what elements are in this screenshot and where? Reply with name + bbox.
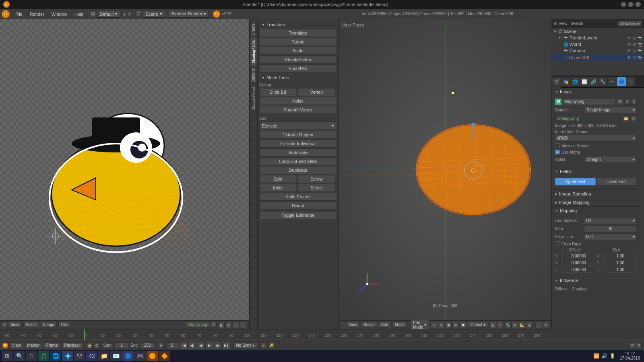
jump-end-btn[interactable]: ▶| bbox=[222, 342, 230, 349]
icon-btn-2[interactable]: ⊞ bbox=[225, 322, 232, 328]
render-icon-1[interactable]: ◐ bbox=[490, 322, 496, 328]
from-dupli-checkbox[interactable] bbox=[555, 241, 560, 246]
system-clock[interactable]: 19:27 17.04.2018 bbox=[620, 352, 642, 360]
projection-select[interactable]: Flat ▾ bbox=[584, 233, 637, 240]
noise-btn[interactable]: Noise bbox=[259, 97, 337, 105]
icon-btn-4[interactable]: ↕ bbox=[240, 322, 246, 328]
camera-restrict-icon-4[interactable]: 📷 bbox=[638, 56, 642, 60]
play-btn[interactable]: ▶ bbox=[205, 342, 213, 349]
extrude-region-btn[interactable]: Extrude Region bbox=[259, 131, 337, 139]
prop-tab-modifier[interactable]: 🔧 bbox=[599, 77, 607, 86]
rotate-btn[interactable]: Rotate bbox=[259, 38, 337, 46]
render-icon-2[interactable]: ⊙ bbox=[497, 322, 504, 328]
orange-app-icon[interactable]: 🔶 bbox=[159, 351, 170, 361]
mail-icon[interactable]: 📧 bbox=[110, 351, 122, 361]
mode-selector[interactable]: Edit Mode ▾ bbox=[410, 320, 429, 330]
coordinates-select[interactable]: UV ▾ bbox=[584, 217, 637, 224]
prop-tab-render[interactable]: 🎬 bbox=[552, 77, 561, 86]
key-icon[interactable]: 🔑 bbox=[268, 343, 274, 348]
color-space-select[interactable]: sRGB ▾ bbox=[555, 135, 637, 142]
prop-tab-object[interactable]: ⬜ bbox=[580, 77, 589, 86]
view-button-left[interactable]: View bbox=[8, 322, 22, 328]
search-button[interactable]: 🔍 bbox=[14, 351, 25, 361]
display-icon-3[interactable]: ◼ bbox=[445, 322, 452, 328]
extrude-individual-btn[interactable]: Extrude Individual bbox=[259, 140, 337, 148]
workspace-selector[interactable]: Default ▾ bbox=[97, 10, 121, 18]
knife-btn[interactable]: Knife bbox=[259, 184, 296, 192]
camera-restrict-icon-3[interactable]: 📷 bbox=[638, 49, 642, 53]
slide-ed-btn[interactable]: Slide Ed bbox=[259, 88, 296, 96]
influence-section-header[interactable]: Influence bbox=[552, 276, 640, 284]
f-label-left[interactable]: F bbox=[211, 322, 217, 328]
jump-start-btn[interactable]: |◀ bbox=[180, 342, 188, 349]
tab-shading[interactable]: Shading / UVs bbox=[250, 38, 257, 66]
outliner-content[interactable]: ▼ 🎬 Scene ▼ 📷 RenderLayers 👁 ⊡ 📷 🌐 World… bbox=[551, 28, 644, 76]
restrict-icon-4[interactable]: ⊡ bbox=[633, 56, 636, 60]
lock-icon-1[interactable]: 🔒 bbox=[86, 342, 93, 349]
start-button[interactable]: ⊞ bbox=[2, 351, 13, 361]
icon-btn-1[interactable]: ◧ bbox=[218, 322, 225, 328]
display-icon-2[interactable]: ● bbox=[438, 322, 444, 328]
viewport-3d-content[interactable]: X Y Z bbox=[339, 19, 551, 320]
transform-section-header[interactable]: Transform bbox=[259, 21, 337, 28]
lower-first-btn[interactable]: Lower First bbox=[597, 178, 637, 185]
maximize-button[interactable]: □ bbox=[628, 2, 634, 7]
fields-section-header[interactable]: Fields bbox=[552, 167, 640, 175]
prop-tab-world[interactable]: 🌐 bbox=[571, 77, 580, 86]
lock-icon-2[interactable]: ⏱ bbox=[93, 342, 100, 349]
end-frame-input[interactable]: 250 bbox=[140, 342, 155, 348]
remove-workspace-btn[interactable]: ✕ bbox=[127, 11, 132, 17]
first-frame-input[interactable]: ⊡ bbox=[630, 343, 635, 348]
image-section-header[interactable]: Image bbox=[552, 88, 640, 96]
volume-icon[interactable]: 🔊 bbox=[601, 353, 608, 359]
marker-btn[interactable]: Marker bbox=[25, 342, 42, 348]
left-filename[interactable]: Flappy.png bbox=[186, 322, 209, 328]
browse-file-btn[interactable]: 📂 bbox=[623, 115, 629, 122]
select-button-left[interactable]: Select bbox=[23, 322, 39, 328]
spotify-icon[interactable]: 🎵 bbox=[38, 351, 49, 361]
x-size-input[interactable]: 1.00 bbox=[604, 253, 637, 259]
add-image-btn[interactable]: + bbox=[624, 99, 630, 105]
shrink-fatten-btn[interactable]: Shrink/Fatten bbox=[259, 56, 337, 64]
z-offset-input[interactable]: 0.00000 bbox=[562, 267, 595, 273]
view-as-render-checkbox[interactable] bbox=[555, 143, 560, 148]
view-btn-3d[interactable]: View bbox=[346, 322, 360, 328]
blender-taskbar-icon[interactable]: 🟠 bbox=[147, 351, 158, 361]
eye-icon-2[interactable]: 👁 bbox=[627, 42, 631, 47]
render-icon-3[interactable]: 🔧 bbox=[504, 322, 511, 328]
record-btn[interactable]: ● bbox=[260, 343, 266, 348]
app-42[interactable]: 42 bbox=[86, 351, 97, 361]
outliner-item-world[interactable]: 🌐 World 👁 ⊡ 📷 bbox=[551, 41, 644, 47]
smooth-vertex-btn[interactable]: Smooth Vertex bbox=[259, 106, 337, 114]
camera-restrict-icon-1[interactable]: 📷 bbox=[638, 36, 642, 40]
playback-btn[interactable]: Playback bbox=[62, 342, 83, 348]
screw-btn[interactable]: Screw bbox=[298, 175, 335, 183]
app-icon-1[interactable]: 💠 bbox=[62, 351, 73, 361]
render-icon-5[interactable]: 📐 bbox=[519, 322, 525, 328]
engine-selector[interactable]: Blender Render ▾ bbox=[169, 10, 209, 18]
display-icon-1[interactable]: ○ bbox=[431, 322, 437, 328]
prev-frame-arrow[interactable]: ◀ bbox=[158, 343, 164, 348]
viewport-3d[interactable]: X Y Z bbox=[339, 19, 551, 329]
render-icon-4[interactable]: ⊕ bbox=[512, 322, 518, 328]
prop-tab-texture[interactable]: ⬛ bbox=[626, 77, 635, 86]
image-name-field[interactable]: Flappy.png bbox=[563, 98, 615, 105]
select-btn-3d[interactable]: Select bbox=[361, 322, 377, 328]
restrict-icon-3[interactable]: ⊡ bbox=[633, 49, 636, 53]
duplicate-btn[interactable]: Duplicate bbox=[259, 166, 337, 174]
translate-btn[interactable]: Translate bbox=[259, 29, 337, 37]
add-btn-3d[interactable]: Add bbox=[379, 322, 391, 328]
outliner-item-renderlayers[interactable]: ▼ 📷 RenderLayers 👁 ⊡ 📷 bbox=[551, 35, 644, 41]
outliner-item-curve[interactable]: 〜 Curve.006 👁 ⊡ 📷 bbox=[551, 54, 644, 61]
close-button[interactable]: ✕ bbox=[635, 2, 641, 7]
use-alpha-checkbox[interactable] bbox=[555, 150, 560, 154]
search-menu[interactable]: Search bbox=[571, 21, 584, 26]
scene-selector[interactable]: Scene ▾ bbox=[143, 10, 165, 18]
eye-icon-1[interactable]: 👁 bbox=[627, 36, 631, 40]
reload-file-btn[interactable]: ↺ bbox=[630, 115, 637, 122]
y-size-input[interactable]: 1.00 bbox=[604, 260, 637, 266]
view-menu[interactable]: View bbox=[559, 21, 568, 26]
timeline-track[interactable]: -50 -40 -30 -20 -10 0 10 20 30 40 50 60 … bbox=[0, 329, 644, 340]
scene-root-item[interactable]: ▼ 🎬 Scene bbox=[551, 28, 644, 35]
display-icon-5[interactable]: 🔲 bbox=[460, 322, 466, 328]
